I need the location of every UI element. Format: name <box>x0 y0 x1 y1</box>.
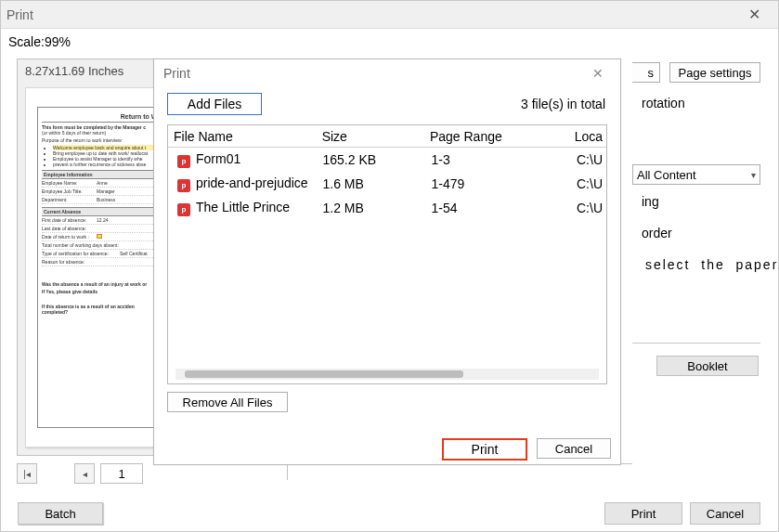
pdf-icon: p <box>177 155 190 168</box>
scrollbar-thumb[interactable] <box>185 370 463 378</box>
col-header-location[interactable]: Loca <box>575 129 606 144</box>
outer-print-button[interactable]: Print <box>604 502 682 525</box>
content-scope-combo[interactable]: All Content ▾ <box>632 164 760 185</box>
pdf-icon: p <box>177 179 190 192</box>
close-icon[interactable]: ✕ <box>581 61 615 85</box>
remove-all-files-button[interactable]: Remove All Files <box>167 392 288 412</box>
page-settings-button[interactable]: Page settings <box>669 62 760 83</box>
inner-cancel-button[interactable]: Cancel <box>537 438 611 459</box>
col-header-size[interactable]: Size <box>322 129 430 144</box>
outer-titlebar[interactable]: Print ✕ <box>1 1 778 29</box>
inner-print-button[interactable]: Print <box>442 438 527 461</box>
chevron-left-icon: ◂ <box>83 469 87 479</box>
batch-button[interactable]: Batch <box>18 502 103 525</box>
file-table: File Name Size Page Range Loca pForm01 1… <box>167 124 607 384</box>
combo-value: All Content <box>637 168 696 182</box>
text-fragment-order: order <box>642 226 672 240</box>
col-header-range[interactable]: Page Range <box>430 129 575 144</box>
table-row[interactable]: ppride-and-prejudice 1.6 MB 1-479 C:\U <box>168 172 606 196</box>
pager-first-button[interactable]: |◂ <box>17 463 37 484</box>
inner-title: Print <box>163 66 190 81</box>
text-fragment-ing: ing <box>642 194 659 209</box>
pdf-icon: p <box>177 203 190 216</box>
panel-border-fragment <box>287 463 632 480</box>
col-header-name[interactable]: File Name <box>168 129 322 144</box>
file-table-header[interactable]: File Name Size Page Range Loca <box>168 125 606 148</box>
chevron-down-icon: ▾ <box>751 170 756 180</box>
skip-start-icon: |◂ <box>23 469 31 479</box>
batch-print-dialog: Print ✕ Add Files 3 file(s) in total Fil… <box>153 58 621 465</box>
file-count-label: 3 file(s) in total <box>521 97 605 111</box>
pager-prev-button[interactable]: ◂ <box>74 463 95 484</box>
table-row[interactable]: pThe Little Prince 1.2 MB 1-54 C:\U <box>168 196 606 220</box>
outer-title: Print <box>6 7 33 22</box>
divider <box>632 343 760 344</box>
inner-titlebar[interactable]: Print ✕ <box>154 59 620 87</box>
add-files-button[interactable]: Add Files <box>167 93 262 115</box>
table-row[interactable]: pForm01 165.2 KB 1-3 C:\U <box>168 148 606 172</box>
horizontal-scrollbar[interactable] <box>175 369 599 380</box>
outer-body: Scale:99% 8.27x11.69 Inches Return to Wo… <box>1 29 778 531</box>
booklet-button[interactable]: Booklet <box>656 356 759 376</box>
close-icon[interactable]: ✕ <box>734 2 774 28</box>
rotation-label-fragment: rotation <box>642 96 685 110</box>
pager-input[interactable] <box>100 463 143 484</box>
text-fragment-select: select the paper... <box>640 257 779 272</box>
scale-label: Scale:99% <box>8 34 71 49</box>
print-window: Print ✕ Scale:99% 8.27x11.69 Inches Retu… <box>0 0 779 532</box>
truncated-button[interactable]: s <box>632 62 660 83</box>
outer-cancel-button[interactable]: Cancel <box>690 502 760 525</box>
